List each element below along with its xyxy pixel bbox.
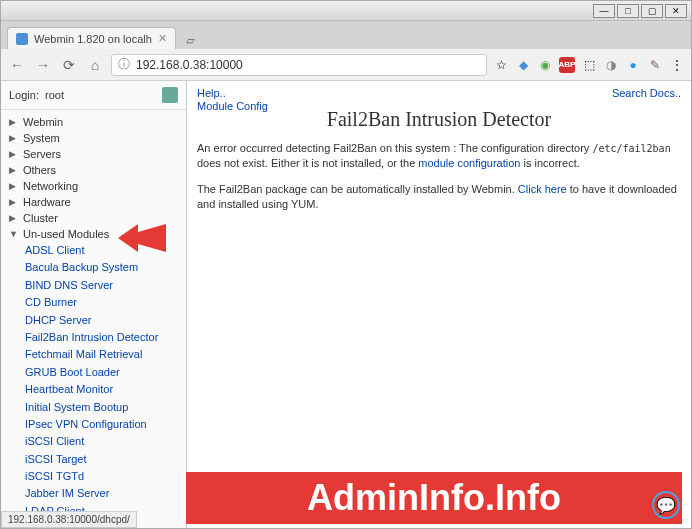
module-link[interactable]: iSCSI TGTd <box>21 468 186 485</box>
module-link[interactable]: Bacula Backup System <box>21 259 186 276</box>
ext-icon-3[interactable]: ⬚ <box>581 57 597 73</box>
ext-icon-2[interactable]: ◉ <box>537 57 553 73</box>
tree-category-label: Webmin <box>23 116 63 128</box>
tree-category[interactable]: Networking <box>1 178 186 194</box>
module-link[interactable]: Heartbeat Monitor <box>21 381 186 398</box>
favicon-icon <box>16 33 28 45</box>
url-text: 192.168.0.38:10000 <box>136 58 243 72</box>
config-path: /etc/fail2ban <box>592 143 670 154</box>
chevron-right-icon <box>9 213 19 223</box>
sidebar: Login: root WebminSystemServersOthersNet… <box>1 81 187 528</box>
address-bar: ← → ⟳ ⌂ ⓘ 192.168.0.38:10000 ☆ ◆ ◉ ABP ⬚… <box>1 49 691 81</box>
module-link[interactable]: DHCP Server <box>21 312 186 329</box>
tree-category[interactable]: System <box>1 130 186 146</box>
chevron-right-icon <box>9 165 19 175</box>
search-docs-link[interactable]: Search Docs.. <box>612 87 681 112</box>
tree-category-label: Networking <box>23 180 78 192</box>
module-link[interactable]: GRUB Boot Loader <box>21 364 186 381</box>
module-config-link[interactable]: Module Config <box>197 100 268 112</box>
login-user: root <box>45 89 64 101</box>
chevron-right-icon <box>9 117 19 127</box>
window-maximize-button[interactable]: □ <box>617 4 639 18</box>
tree-category[interactable]: Hardware <box>1 194 186 210</box>
chevron-down-icon <box>9 229 19 239</box>
browser-status-bar: 192.168.0.38:10000/dhcpd/ <box>1 511 137 528</box>
module-link[interactable]: Initial System Bootup <box>21 399 186 416</box>
back-button[interactable]: ← <box>7 55 27 75</box>
ext-icon-4[interactable]: ◑ <box>603 57 619 73</box>
tab-title: Webmin 1.820 on localh <box>34 33 152 45</box>
window-title-bar: — □ ▢ ✕ <box>1 1 691 21</box>
adblock-icon[interactable]: ABP <box>559 57 575 73</box>
ext-icon-6[interactable]: ✎ <box>647 57 663 73</box>
module-link[interactable]: Fail2Ban Intrusion Detector <box>21 329 186 346</box>
chevron-right-icon <box>9 181 19 191</box>
help-bubble-icon[interactable]: 💬 <box>652 491 680 519</box>
menu-icon[interactable]: ⋮ <box>669 57 685 73</box>
page-title: Fail2Ban Intrusion Detector <box>197 108 681 131</box>
login-label: Login: <box>9 89 39 101</box>
tree-category-label: System <box>23 132 60 144</box>
module-link[interactable]: BIND DNS Server <box>21 277 186 294</box>
window-minimize-button[interactable]: — <box>593 4 615 18</box>
tree-category[interactable]: Un-used Modules <box>1 226 186 242</box>
tree-category-label: Hardware <box>23 196 71 208</box>
star-icon[interactable]: ☆ <box>493 57 509 73</box>
module-link[interactable]: Fetchmail Mail Retrieval <box>21 346 186 363</box>
new-tab-button[interactable]: ▱ <box>182 32 198 49</box>
browser-tab[interactable]: Webmin 1.820 on localh ✕ <box>7 27 176 49</box>
reload-button[interactable]: ⟳ <box>59 55 79 75</box>
window-close-button[interactable]: ✕ <box>665 4 687 18</box>
tree-category[interactable]: Webmin <box>1 114 186 130</box>
tree-category[interactable]: Servers <box>1 146 186 162</box>
chevron-right-icon <box>9 133 19 143</box>
browser-tab-bar: Webmin 1.820 on localh ✕ ▱ <box>1 21 691 49</box>
category-tree: WebminSystemServersOthersNetworkingHardw… <box>1 110 186 528</box>
tab-close-icon[interactable]: ✕ <box>158 32 167 45</box>
ext-icon-5[interactable]: ● <box>625 57 641 73</box>
home-button[interactable]: ⌂ <box>85 55 105 75</box>
forward-button[interactable]: → <box>33 55 53 75</box>
main-content: Help.. Module Config Search Docs.. Fail2… <box>187 81 691 528</box>
tree-category-label: Cluster <box>23 212 58 224</box>
extension-icons: ☆ ◆ ◉ ABP ⬚ ◑ ● ✎ ⋮ <box>493 57 685 73</box>
help-link[interactable]: Help.. <box>197 87 268 99</box>
module-link[interactable]: iSCSI Target <box>21 451 186 468</box>
install-message: The Fail2Ban package can be automaticall… <box>197 182 681 213</box>
tree-category[interactable]: Cluster <box>1 210 186 226</box>
module-link[interactable]: ADSL Client <box>21 242 186 259</box>
module-link[interactable]: Jabber IM Server <box>21 485 186 502</box>
module-link[interactable]: CD Burner <box>21 294 186 311</box>
module-configuration-link[interactable]: module configuration <box>418 157 520 169</box>
chevron-right-icon <box>9 149 19 159</box>
tree-category[interactable]: Others <box>1 162 186 178</box>
info-icon: ⓘ <box>118 56 130 73</box>
error-message: An error occurred detecting Fail2Ban on … <box>197 141 681 172</box>
module-link[interactable]: IPsec VPN Configuration <box>21 416 186 433</box>
window-maximize2-button[interactable]: ▢ <box>641 4 663 18</box>
watermark-banner: AdminInfo.Info <box>186 472 682 524</box>
login-status-icon <box>162 87 178 103</box>
url-input[interactable]: ⓘ 192.168.0.38:10000 <box>111 54 487 76</box>
click-here-link[interactable]: Click here <box>518 183 567 195</box>
chevron-right-icon <box>9 197 19 207</box>
ext-icon-1[interactable]: ◆ <box>515 57 531 73</box>
tree-category-label: Un-used Modules <box>23 228 109 240</box>
tree-category-label: Others <box>23 164 56 176</box>
module-link[interactable]: iSCSI Client <box>21 433 186 450</box>
login-row: Login: root <box>1 81 186 110</box>
tree-category-label: Servers <box>23 148 61 160</box>
